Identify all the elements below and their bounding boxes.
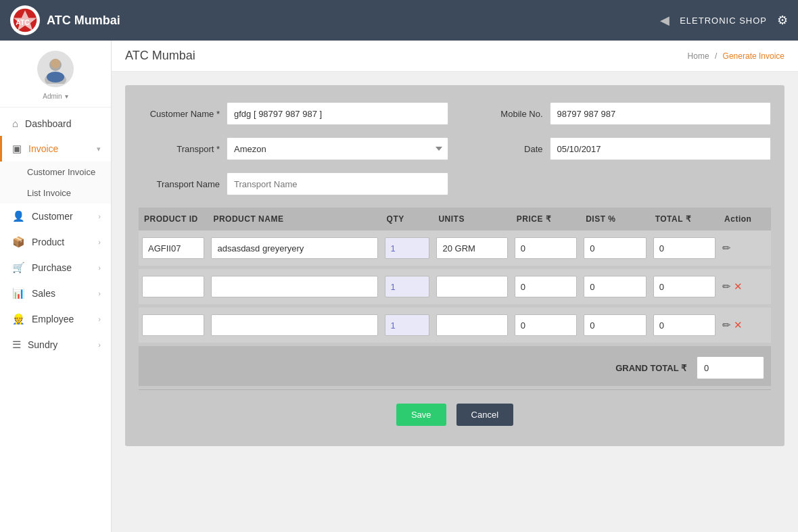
brand: ATC ATC Mumbai bbox=[10, 5, 120, 35]
cell-total bbox=[650, 268, 719, 306]
edit-button[interactable]: ✏ bbox=[722, 242, 731, 254]
sidebar-item-label: Sales bbox=[32, 288, 55, 299]
sidebar-item-employee[interactable]: 👷 Employee › bbox=[0, 306, 111, 332]
product-id-input[interactable] bbox=[142, 314, 204, 336]
dist-input[interactable] bbox=[584, 237, 646, 259]
form-group-customer-name: Customer Name * bbox=[139, 102, 448, 125]
sidebar-item-product[interactable]: 📦 Product › bbox=[0, 229, 111, 255]
sidebar: Admin ▾ ⌂ Dashboard ▣ Invoice ▾ Customer… bbox=[0, 41, 112, 532]
sidebar-item-sundry[interactable]: ☰ Sundry › bbox=[0, 332, 111, 358]
sidebar-item-purchase[interactable]: 🛒 Purchase › bbox=[0, 255, 111, 281]
units-input[interactable] bbox=[436, 314, 507, 336]
units-input[interactable] bbox=[436, 237, 507, 259]
cancel-button[interactable]: Cancel bbox=[456, 404, 513, 426]
cell-action: ✏ bbox=[719, 231, 771, 268]
breadcrumb-separator: / bbox=[715, 51, 717, 61]
cell-product-id bbox=[139, 268, 208, 306]
sidebar-item-label: Purchase bbox=[32, 262, 72, 273]
cell-total bbox=[650, 306, 719, 345]
sidebar-item-invoice[interactable]: ▣ Invoice ▾ bbox=[0, 136, 111, 162]
delete-button[interactable]: ✕ bbox=[734, 319, 743, 331]
cell-qty bbox=[381, 306, 433, 345]
delete-button[interactable]: ✕ bbox=[734, 281, 743, 293]
bottom-buttons: Save Cancel bbox=[139, 393, 771, 429]
total-input[interactable] bbox=[653, 237, 715, 259]
sidebar-item-label: Sundry bbox=[28, 339, 57, 350]
table-row: ✏ bbox=[139, 231, 771, 268]
col-header-price: PRICE ₹ bbox=[511, 208, 580, 231]
edit-button[interactable]: ✏ bbox=[722, 319, 731, 331]
product-name-input[interactable] bbox=[211, 276, 377, 297]
sales-icon: 📊 bbox=[12, 287, 25, 299]
main-content: ATC Mumbai Home / Generate Invoice Custo… bbox=[112, 41, 798, 532]
price-input[interactable] bbox=[515, 237, 577, 259]
customer-name-input[interactable] bbox=[227, 102, 448, 125]
form-row-2: Transport * Amezon FedEx DHL BlueDart Da… bbox=[139, 137, 771, 160]
col-header-product-name: PRODUCT NAME bbox=[208, 208, 381, 231]
gear-icon[interactable]: ⚙ bbox=[777, 13, 788, 28]
units-input[interactable] bbox=[436, 276, 507, 297]
form-group-date: Date bbox=[462, 137, 772, 160]
grand-total-input[interactable] bbox=[697, 356, 764, 379]
transport-name-input[interactable] bbox=[227, 172, 448, 195]
cell-dist bbox=[580, 306, 649, 345]
product-id-input[interactable] bbox=[142, 276, 204, 297]
mobile-no-input[interactable] bbox=[550, 102, 772, 125]
product-name-input[interactable] bbox=[211, 314, 377, 336]
cell-qty bbox=[381, 268, 433, 306]
svg-text:ATC: ATC bbox=[16, 19, 30, 26]
divider bbox=[139, 389, 771, 390]
dist-input[interactable] bbox=[584, 314, 646, 336]
invoice-table-wrapper: PRODUCT ID PRODUCT NAME QTY UNITS PRICE … bbox=[139, 208, 771, 386]
price-input[interactable] bbox=[515, 276, 577, 297]
dashboard-icon: ⌂ bbox=[12, 118, 18, 129]
admin-text: Admin bbox=[43, 93, 62, 100]
sidebar-item-dashboard[interactable]: ⌂ Dashboard bbox=[0, 111, 111, 136]
date-label: Date bbox=[462, 144, 543, 154]
col-header-total: TOTAL ₹ bbox=[650, 208, 719, 231]
dist-input[interactable] bbox=[584, 276, 646, 297]
sidebar-item-customer-invoice[interactable]: Customer Invoice bbox=[0, 162, 111, 183]
cell-units bbox=[433, 231, 511, 268]
mobile-no-label: Mobile No. bbox=[462, 109, 543, 119]
purchase-icon: 🛒 bbox=[12, 262, 25, 274]
invoice-table: PRODUCT ID PRODUCT NAME QTY UNITS PRICE … bbox=[139, 208, 771, 346]
breadcrumb-home[interactable]: Home bbox=[688, 51, 709, 61]
shop-name: ELETRONIC SHOP bbox=[680, 16, 767, 26]
admin-label[interactable]: Admin ▾ bbox=[43, 93, 68, 100]
cell-total bbox=[650, 231, 719, 268]
chevron-right-icon: › bbox=[98, 315, 101, 323]
employee-icon: 👷 bbox=[12, 313, 25, 325]
product-id-input[interactable] bbox=[142, 237, 204, 259]
form-group-transport-name: Transport Name bbox=[139, 172, 448, 195]
save-button[interactable]: Save bbox=[396, 404, 446, 426]
sidebar-item-label: Employee bbox=[32, 314, 74, 324]
transport-select[interactable]: Amezon FedEx DHL BlueDart bbox=[227, 137, 448, 160]
back-icon[interactable]: ◀ bbox=[660, 13, 670, 28]
page-header: ATC Mumbai Home / Generate Invoice bbox=[112, 41, 798, 72]
total-input[interactable] bbox=[653, 276, 715, 297]
chevron-right-icon: › bbox=[98, 212, 101, 220]
qty-input[interactable] bbox=[385, 314, 430, 336]
chevron-right-icon: › bbox=[98, 238, 101, 246]
cell-product-id bbox=[139, 306, 208, 345]
sidebar-item-list-invoice[interactable]: List Invoice bbox=[0, 183, 111, 203]
grand-total-row: GRAND TOTAL ₹ bbox=[139, 346, 771, 386]
page-title: ATC Mumbai bbox=[125, 49, 195, 63]
sidebar-nav: ⌂ Dashboard ▣ Invoice ▾ Customer Invoice… bbox=[0, 107, 111, 361]
invoice-submenu: Customer Invoice List Invoice bbox=[0, 162, 111, 203]
total-input[interactable] bbox=[653, 314, 715, 336]
sidebar-item-sales[interactable]: 📊 Sales › bbox=[0, 281, 111, 306]
qty-input[interactable] bbox=[385, 276, 430, 297]
product-name-input[interactable] bbox=[211, 237, 377, 259]
table-header-row: PRODUCT ID PRODUCT NAME QTY UNITS PRICE … bbox=[139, 208, 771, 231]
avatar bbox=[37, 51, 74, 87]
sidebar-item-customer[interactable]: 👤 Customer › bbox=[0, 203, 111, 229]
edit-button[interactable]: ✏ bbox=[722, 281, 731, 293]
form-row-3: Transport Name bbox=[139, 172, 771, 195]
price-input[interactable] bbox=[515, 314, 577, 336]
date-input[interactable] bbox=[550, 137, 772, 160]
admin-section: Admin ▾ bbox=[0, 41, 111, 107]
qty-input[interactable] bbox=[385, 237, 430, 259]
cell-action: ✏ ✕ bbox=[719, 268, 771, 306]
